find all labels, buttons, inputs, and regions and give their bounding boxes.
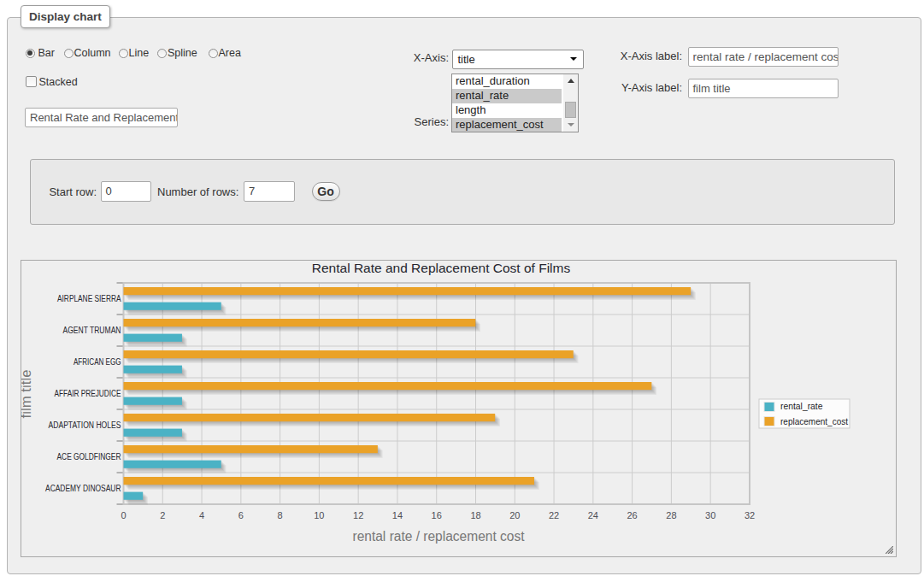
svg-text:6: 6 bbox=[238, 510, 244, 520]
svg-text:AIRPLANE SIERRA: AIRPLANE SIERRA bbox=[57, 294, 121, 303]
svg-text:0: 0 bbox=[121, 510, 126, 520]
svg-text:ADAPTATION HOLES: ADAPTATION HOLES bbox=[49, 420, 121, 430]
svg-text:12: 12 bbox=[353, 510, 363, 520]
svg-text:ACADEMY DINOSAUR: ACADEMY DINOSAUR bbox=[45, 484, 121, 493]
svg-text:rental rate / replacement cost: rental rate / replacement cost bbox=[353, 529, 526, 544]
svg-text:26: 26 bbox=[627, 510, 637, 520]
svg-text:AFRICAN EGG: AFRICAN EGG bbox=[74, 357, 121, 367]
svg-text:30: 30 bbox=[705, 510, 715, 520]
svg-text:AFFAIR PREJUDICE: AFFAIR PREJUDICE bbox=[55, 389, 121, 398]
svg-text:22: 22 bbox=[549, 510, 559, 520]
svg-text:4: 4 bbox=[199, 510, 204, 520]
svg-text:32: 32 bbox=[744, 510, 755, 520]
svg-text:film title: film title bbox=[21, 369, 33, 418]
svg-text:Rental Rate and Replacement Co: Rental Rate and Replacement Cost of Film… bbox=[312, 261, 571, 275]
svg-text:16: 16 bbox=[432, 510, 442, 520]
svg-text:20: 20 bbox=[509, 510, 520, 520]
svg-text:AGENT TRUMAN: AGENT TRUMAN bbox=[63, 326, 121, 335]
svg-text:rental_rate: rental_rate bbox=[780, 401, 823, 411]
svg-text:replacement_cost: replacement_cost bbox=[780, 416, 848, 426]
svg-text:2: 2 bbox=[160, 510, 165, 520]
svg-text:ACE GOLDFINGER: ACE GOLDFINGER bbox=[57, 452, 121, 461]
svg-text:24: 24 bbox=[588, 510, 598, 520]
svg-text:28: 28 bbox=[666, 510, 676, 520]
svg-text:14: 14 bbox=[392, 510, 403, 520]
svg-text:18: 18 bbox=[470, 510, 480, 520]
svg-text:10: 10 bbox=[314, 510, 324, 520]
svg-text:8: 8 bbox=[278, 510, 283, 520]
